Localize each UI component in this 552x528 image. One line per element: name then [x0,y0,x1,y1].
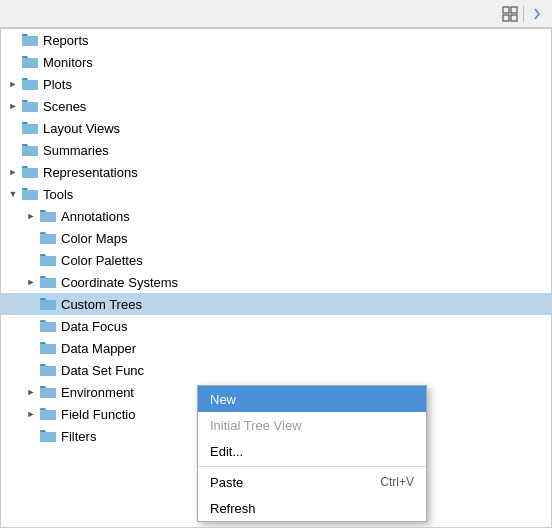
expand-arrow-plots[interactable]: ► [5,73,21,95]
tree-label-environment: Environment [61,385,134,400]
expand-arrow-filters[interactable] [23,425,39,447]
tree-label-filters: Filters [61,429,96,444]
folder-icon-color-palettes [39,253,57,267]
expand-arrow-layout-views[interactable] [5,117,21,139]
tree-label-summaries: Summaries [43,143,109,158]
tree-item-tools[interactable]: ▼ Tools [1,183,551,205]
expand-arrow-annotations[interactable]: ► [23,205,39,227]
tree-item-summaries[interactable]: Summaries [1,139,551,161]
context-label-initial-tree-view: Initial Tree View [210,418,302,433]
grid-icon[interactable] [501,5,519,23]
context-menu-item-initial-tree-view: Initial Tree View [198,412,426,438]
folder-icon-field-function [39,407,57,421]
expand-arrow-summaries[interactable] [5,139,21,161]
svg-rect-8 [22,124,38,134]
expand-arrow-monitors[interactable] [5,51,21,73]
menu-simulation[interactable] [0,11,20,17]
tree-label-representations: Representations [43,165,138,180]
expand-arrow-data-set-func[interactable] [23,359,39,381]
expand-arrow-coordinate-sys[interactable]: ► [23,271,39,293]
tree-label-monitors: Monitors [43,55,93,70]
context-label-new: New [210,392,236,407]
context-menu-item-refresh[interactable]: Refresh [198,495,426,521]
folder-icon-environment [39,385,57,399]
context-label-edit: Edit... [210,444,243,459]
context-menu-separator [198,466,426,467]
tree-item-annotations[interactable]: ► Annotations [1,205,551,227]
tree-item-scenes[interactable]: ► Scenes [1,95,551,117]
tree-label-tools: Tools [43,187,73,202]
folder-icon-monitors [21,55,39,69]
folder-icon-summaries [21,143,39,157]
context-shortcut-paste: Ctrl+V [380,475,414,489]
menu-scene-plot[interactable] [20,11,40,17]
folder-icon-representations [21,165,39,179]
tree-item-data-set-func[interactable]: Data Set Func [1,359,551,381]
folder-icon-data-set-func [39,363,57,377]
expand-arrow-tools[interactable]: ▼ [5,183,21,205]
expand-arrow-data-mapper[interactable] [23,337,39,359]
folder-icon-annotations [39,209,57,223]
svg-rect-9 [22,146,38,156]
folder-icon-scenes [21,99,39,113]
context-menu-item-paste[interactable]: PasteCtrl+V [198,469,426,495]
svg-rect-7 [22,102,38,112]
svg-rect-20 [40,388,56,398]
tree-item-color-maps[interactable]: Color Maps [1,227,551,249]
svg-rect-12 [40,212,56,222]
svg-rect-21 [40,410,56,420]
tree-label-data-focus: Data Focus [61,319,127,334]
tree-item-layout-views[interactable]: Layout Views [1,117,551,139]
svg-rect-19 [40,366,56,376]
tree-item-plots[interactable]: ► Plots [1,73,551,95]
expand-arrow-scenes[interactable]: ► [5,95,21,117]
tree-item-coordinate-sys[interactable]: ► Coordinate Systems [1,271,551,293]
folder-icon-filters [39,429,57,443]
tree-item-color-palettes[interactable]: Color Palettes [1,249,551,271]
folder-icon-custom-trees [39,297,57,311]
expand-arrow-data-focus[interactable] [23,315,39,337]
tree-item-data-mapper[interactable]: Data Mapper [1,337,551,359]
tree-label-coordinate-sys: Coordinate Systems [61,275,178,290]
tree-label-layout-views: Layout Views [43,121,120,136]
svg-rect-4 [22,36,38,46]
context-menu-item-edit[interactable]: Edit... [198,438,426,464]
tree-label-color-maps: Color Maps [61,231,127,246]
folder-icon-tools [21,187,39,201]
expand-arrow-environment[interactable]: ► [23,381,39,403]
tree-item-monitors[interactable]: Monitors [1,51,551,73]
context-menu-item-new[interactable]: New [198,386,426,412]
tree-label-annotations: Annotations [61,209,130,224]
tree-label-plots: Plots [43,77,72,92]
tree-panel: Reports Monitors► Plots► Scenes Layout V… [0,28,552,528]
context-label-refresh: Refresh [210,501,256,516]
expand-arrow-custom-trees[interactable] [23,293,39,315]
expand-arrow-color-maps[interactable] [23,227,39,249]
svg-rect-6 [22,80,38,90]
tree-item-data-focus[interactable]: Data Focus [1,315,551,337]
expand-arrow-representations[interactable]: ► [5,161,21,183]
expand-arrow-field-function[interactable]: ► [23,403,39,425]
tree-label-scenes: Scenes [43,99,86,114]
tree-label-field-function: Field Functio [61,407,135,422]
svg-rect-22 [40,432,56,442]
folder-icon-color-maps [39,231,57,245]
folder-icon-data-mapper [39,341,57,355]
svg-rect-15 [40,278,56,288]
svg-rect-0 [503,7,509,13]
tree-item-representations[interactable]: ► Representations [1,161,551,183]
folder-icon-layout-views [21,121,39,135]
svg-rect-10 [22,168,38,178]
tree-item-custom-trees[interactable]: Custom Trees [1,293,551,315]
folder-icon-coordinate-sys [39,275,57,289]
svg-rect-1 [511,7,517,13]
folder-icon-data-focus [39,319,57,333]
tree-label-data-mapper: Data Mapper [61,341,136,356]
arrow-icon[interactable] [528,5,546,23]
svg-rect-17 [40,322,56,332]
expand-arrow-color-palettes[interactable] [23,249,39,271]
expand-arrow-reports[interactable] [5,29,21,51]
tree-item-reports[interactable]: Reports [1,29,551,51]
context-menu: NewInitial Tree ViewEdit...PasteCtrl+VRe… [197,385,427,522]
folder-icon-plots [21,77,39,91]
